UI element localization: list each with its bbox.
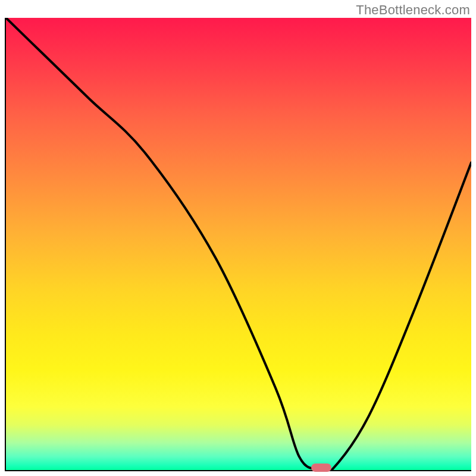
bottleneck-line bbox=[6, 18, 471, 470]
watermark-text: TheBottleneck.com bbox=[356, 2, 470, 18]
chart-container: TheBottleneck.com bbox=[0, 0, 476, 476]
minimum-marker bbox=[311, 464, 331, 472]
plot-area bbox=[5, 18, 471, 471]
